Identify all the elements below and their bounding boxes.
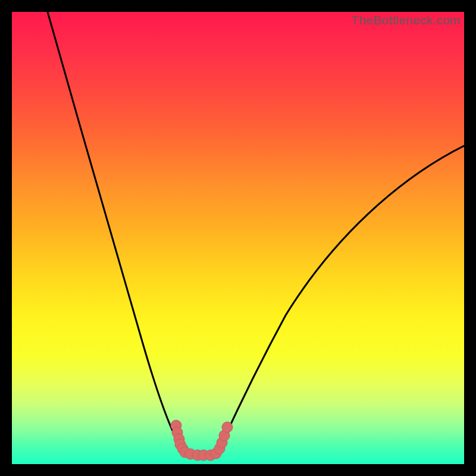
highlight-cluster bbox=[171, 420, 233, 461]
watermark-text: TheBottleneck.com bbox=[352, 13, 461, 27]
svg-point-14 bbox=[222, 422, 233, 433]
chart-frame: TheBottleneck.com bbox=[12, 12, 464, 464]
marker-layer bbox=[12, 12, 464, 464]
